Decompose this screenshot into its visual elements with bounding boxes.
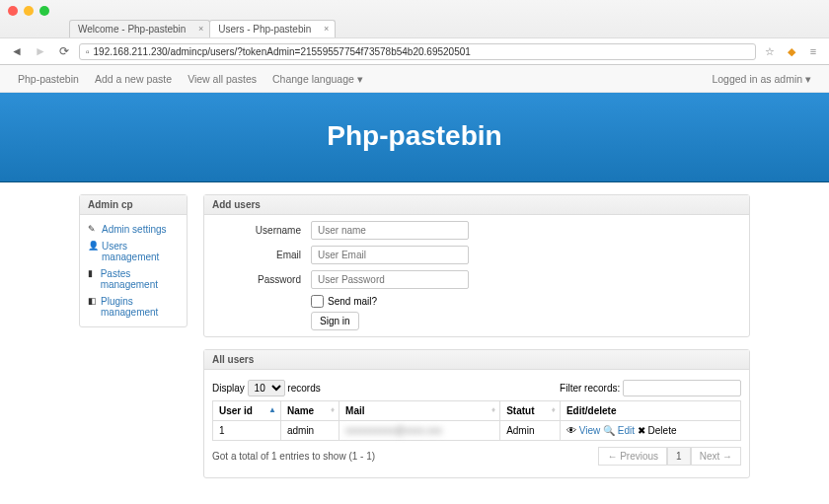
pagination: ← Previous 1 Next → [598, 447, 741, 466]
col-mail[interactable]: Mail♦ [339, 401, 500, 421]
browser-chrome: Welcome - Php-pastebin × Users - Php-pas… [0, 0, 829, 65]
sendmail-label: Send mail? [328, 296, 377, 307]
col-statut[interactable]: Statut♦ [500, 401, 561, 421]
sendmail-checkbox[interactable] [311, 295, 324, 308]
table-row: 1 admin xxxxxxxxxx@xxxx.xxx Admin 👁 View… [213, 421, 741, 441]
address-toolbar: ◄ ► ⟳ ▫ 192.168.211.230/admincp/users/?t… [0, 37, 829, 64]
col-edit-delete: Edit/delete [560, 401, 740, 421]
nav-logged-in[interactable]: Logged in as admin ▾ [704, 73, 819, 85]
delete-icon: ✖ [638, 425, 645, 436]
sidebar-item-label: Pastes management [101, 268, 179, 290]
hero-title: Php-pastebin [0, 120, 829, 152]
close-tab-icon[interactable]: × [198, 24, 203, 34]
minimize-window-icon[interactable] [24, 6, 34, 16]
reload-button[interactable]: ⟳ [55, 42, 73, 60]
eye-icon: 👁 [566, 425, 576, 436]
sort-icon: ♦ [552, 405, 556, 414]
email-input[interactable] [311, 246, 469, 264]
close-window-icon[interactable] [8, 6, 18, 16]
signin-button[interactable]: Sign in [311, 312, 359, 330]
sidebar: Admin cp ✎ Admin settings 👤 Users manage… [79, 194, 188, 490]
sort-icon: ♦ [331, 405, 335, 414]
sidebar-item-pastes[interactable]: ▮ Pastes management [88, 265, 179, 293]
all-users-panel: All users Display 10 records Filter reco… [203, 349, 750, 478]
pager-page[interactable]: 1 [667, 447, 691, 466]
password-input[interactable] [311, 270, 469, 289]
close-tab-icon[interactable]: × [324, 24, 329, 34]
delete-link[interactable]: Delete [648, 425, 677, 436]
sidebar-item-label: Admin settings [102, 224, 167, 235]
user-icon: 👤 [88, 241, 98, 251]
col-user-id[interactable]: User id▲ [213, 401, 281, 421]
nav-change-language[interactable]: Change language ▾ [264, 73, 371, 85]
wrench-icon: ✎ [88, 224, 98, 234]
nav-add-paste[interactable]: Add a new paste [87, 73, 180, 85]
window-controls [0, 0, 829, 20]
sidebar-item-label: Plugins management [101, 296, 179, 318]
display-label: Display [212, 383, 245, 394]
cell-statut: Admin [500, 421, 561, 441]
plugin-icon: ◧ [88, 296, 97, 306]
forward-button[interactable]: ► [32, 42, 49, 60]
sidebar-item-plugins[interactable]: ◧ Plugins management [88, 293, 179, 321]
records-label: records [287, 383, 320, 394]
page-content: Php-pastebin Add a new paste View all pa… [0, 65, 829, 502]
view-link[interactable]: View [579, 425, 601, 436]
search-icon: 🔍 [603, 425, 615, 436]
edit-link[interactable]: Edit [618, 425, 635, 436]
hero-banner: Php-pastebin [0, 93, 829, 182]
panel-heading: Admin cp [80, 195, 187, 215]
password-label: Password [212, 274, 311, 285]
sort-asc-icon: ▲ [268, 405, 276, 414]
col-name[interactable]: Name♦ [280, 401, 339, 421]
browser-tabs: Welcome - Php-pastebin × Users - Php-pas… [0, 20, 829, 37]
brand[interactable]: Php-pastebin [10, 73, 87, 85]
cell-actions: 👁 View 🔍 Edit ✖ Delete [560, 421, 740, 441]
filter-label: Filter records: [560, 383, 620, 394]
add-users-panel: Add users Username Email Password [203, 194, 750, 337]
back-button[interactable]: ◄ [8, 42, 26, 60]
sidebar-item-admin-settings[interactable]: ✎ Admin settings [88, 221, 179, 238]
cell-mail: xxxxxxxxxx@xxxx.xxx [339, 421, 500, 441]
nav-view-pastes[interactable]: View all pastes [180, 73, 264, 85]
top-navbar: Php-pastebin Add a new paste View all pa… [0, 65, 829, 93]
extension-icon[interactable]: ◆ [784, 45, 799, 58]
menu-icon[interactable]: ≡ [805, 45, 821, 57]
maximize-window-icon[interactable] [39, 6, 49, 16]
admin-cp-panel: Admin cp ✎ Admin settings 👤 Users manage… [79, 194, 188, 327]
browser-tab[interactable]: Welcome - Php-pastebin × [69, 20, 210, 37]
panel-heading: All users [204, 350, 749, 370]
panel-heading: Add users [204, 195, 749, 215]
pager-prev[interactable]: ← Previous [598, 447, 667, 466]
sidebar-item-users[interactable]: 👤 Users management [88, 238, 179, 265]
sidebar-item-label: Users management [102, 241, 179, 262]
url-text: 192.168.211.230/admincp/users/?tokenAdmi… [94, 46, 471, 57]
page-size-select[interactable]: 10 [248, 380, 285, 396]
cell-name: admin [280, 421, 339, 441]
table-info: Got a total of 1 entries to show (1 - 1) [212, 451, 375, 462]
bookmark-icon[interactable]: ☆ [762, 45, 778, 58]
tab-title: Welcome - Php-pastebin [78, 24, 186, 35]
username-input[interactable] [311, 221, 469, 240]
email-label: Email [212, 250, 311, 260]
main-content: Add users Username Email Password [203, 194, 750, 490]
pager-next[interactable]: Next → [691, 447, 741, 466]
address-bar[interactable]: ▫ 192.168.211.230/admincp/users/?tokenAd… [79, 43, 756, 60]
caret-down-icon: ▾ [805, 73, 811, 85]
file-icon: ▮ [88, 268, 97, 278]
page-icon: ▫ [86, 46, 90, 57]
caret-down-icon: ▾ [357, 73, 363, 85]
sort-icon: ♦ [491, 405, 495, 414]
users-table: User id▲ Name♦ Mail♦ Statut♦ Edit/delete… [212, 400, 741, 441]
cell-id: 1 [213, 421, 281, 441]
tab-title: Users - Php-pastebin [218, 24, 311, 35]
username-label: Username [212, 225, 311, 236]
filter-input[interactable] [623, 380, 741, 396]
browser-tab[interactable]: Users - Php-pastebin × [209, 20, 336, 37]
